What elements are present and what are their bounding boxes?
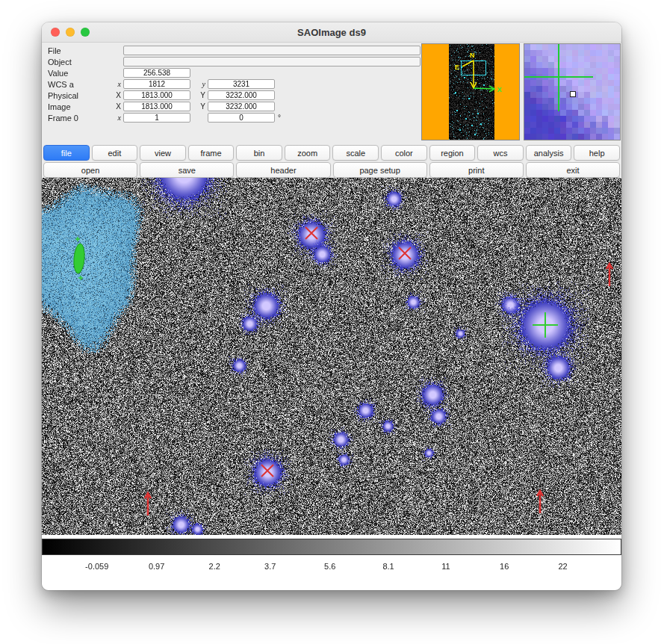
wcs-y-key: y	[195, 80, 208, 88]
wcs-x-key: x	[111, 80, 123, 88]
menu-row-1: file edit view frame bin zoom scale colo…	[42, 143, 621, 161]
value-field[interactable]	[123, 68, 190, 78]
page-setup-button[interactable]: page setup	[333, 162, 427, 178]
info-panel: File Object Value WCS a x y	[42, 43, 621, 143]
wcs-y-field[interactable]	[208, 79, 275, 89]
menu-frame[interactable]: frame	[188, 145, 235, 161]
physical-y-key: Y	[195, 91, 208, 99]
colorbar-panel: -0.059 0.97 2.2 3.7 5.6 8.1 11 16 22	[42, 535, 621, 590]
titlebar[interactable]: SAOImage ds9	[42, 22, 621, 43]
window-title: SAOImage ds9	[297, 27, 366, 38]
physical-label: Physical	[48, 91, 111, 100]
object-row: Object	[48, 56, 425, 67]
object-field[interactable]	[123, 57, 421, 66]
physical-y-field[interactable]	[208, 90, 275, 100]
menu-color[interactable]: color	[381, 145, 427, 161]
colorbar-tick-label: 8.1	[382, 562, 394, 571]
menu-zoom[interactable]: zoom	[285, 145, 331, 161]
traffic-lights	[51, 28, 90, 37]
colorbar-labels: -0.059 0.97 2.2 3.7 5.6 8.1 11 16 22	[42, 562, 621, 577]
value-label: Value	[48, 69, 111, 78]
save-button[interactable]: save	[140, 162, 234, 178]
image-label: Image	[48, 102, 111, 111]
colorbar-tick-label: 3.7	[264, 562, 276, 571]
frame-label: Frame 0	[48, 114, 111, 123]
exit-button[interactable]: exit	[526, 162, 620, 178]
colorbar-tick-label: -0.059	[85, 562, 108, 571]
image-y-key: Y	[195, 102, 208, 111]
wcs-label: WCS a	[48, 80, 111, 89]
physical-x-field[interactable]	[123, 90, 190, 100]
colorbar-tick-label: 5.6	[324, 562, 335, 571]
image-row: Image X Y	[48, 101, 425, 112]
menu-file[interactable]: file	[43, 145, 90, 161]
frame-row: Frame 0 x °	[48, 112, 425, 123]
close-button[interactable]	[51, 28, 60, 37]
menu-region[interactable]: region	[429, 145, 476, 161]
menu-help[interactable]: help	[574, 145, 620, 161]
physical-x-key: X	[111, 91, 123, 99]
image-x-key: X	[111, 102, 123, 111]
main-image-canvas[interactable]	[42, 178, 621, 535]
wcs-row: WCS a x y	[48, 78, 425, 90]
image-x-field[interactable]	[123, 102, 190, 111]
ds9-window: SAOImage ds9 File Object Value WCS a x	[42, 22, 621, 590]
wcs-x-field[interactable]	[123, 79, 190, 89]
colorbar-tick-label: 0.97	[149, 562, 164, 571]
open-button[interactable]: open	[43, 162, 137, 178]
value-row: Value	[48, 67, 425, 78]
colorbar-tick-label: 22	[558, 562, 567, 571]
physical-row: Physical X Y	[48, 90, 425, 101]
colorbar-gradient[interactable]	[42, 539, 621, 555]
colorbar-tick-label: 2.2	[209, 562, 220, 571]
menu-view[interactable]: view	[140, 145, 186, 161]
menu-scale[interactable]: scale	[332, 145, 379, 161]
header-button[interactable]: header	[236, 162, 330, 178]
file-field[interactable]	[123, 46, 421, 55]
minimize-button[interactable]	[66, 28, 75, 37]
frame-x-key: x	[111, 114, 123, 122]
zoom-button[interactable]	[81, 28, 90, 37]
file-label: File	[48, 46, 111, 55]
menu-row-2: open save header page setup print exit	[42, 161, 621, 178]
object-label: Object	[48, 58, 111, 66]
image-y-field[interactable]	[208, 102, 275, 111]
menu-wcs[interactable]: wcs	[477, 145, 524, 161]
menu-bin[interactable]: bin	[236, 145, 282, 161]
menu-analysis[interactable]: analysis	[526, 145, 572, 161]
magnifier-canvas	[524, 43, 621, 140]
coordinate-readout: File Object Value WCS a x y	[48, 45, 425, 123]
frame-angle-field[interactable]	[208, 113, 275, 123]
colorbar-tick-label: 16	[500, 562, 509, 571]
panner-canvas[interactable]	[421, 43, 520, 140]
colorbar-tick-label: 11	[441, 562, 450, 571]
print-button[interactable]: print	[429, 162, 524, 178]
file-row: File	[48, 45, 425, 56]
degree-suffix: °	[278, 114, 281, 122]
frame-x-field[interactable]	[123, 113, 190, 123]
menu-edit[interactable]: edit	[92, 145, 138, 161]
